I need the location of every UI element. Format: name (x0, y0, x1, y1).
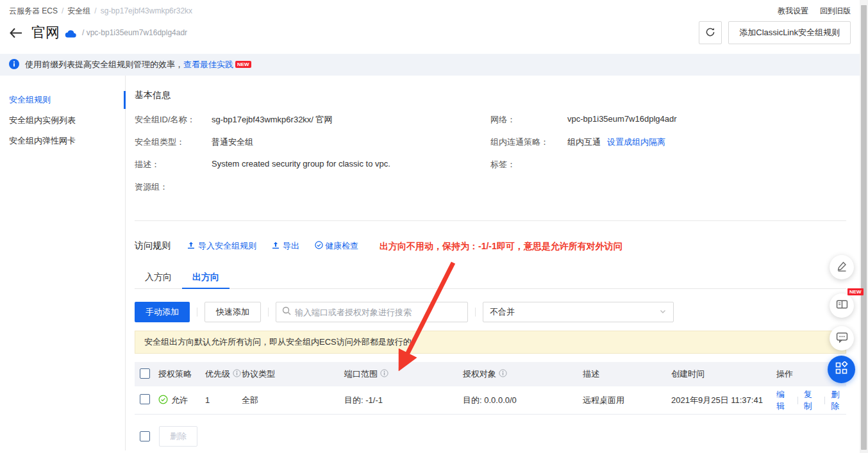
sidebar-item-instances-in-group[interactable]: 安全组内实例列表 (0, 110, 125, 131)
topbar-links: 教我设置 回到旧版 (778, 6, 851, 17)
breadcrumb-item-ecs[interactable]: 云服务器 ECS (9, 6, 58, 17)
info-circle-icon[interactable] (233, 369, 241, 379)
section-divider (135, 220, 846, 221)
select-all-checkbox[interactable] (140, 368, 150, 379)
cloud-icon (65, 29, 77, 40)
page-title: 官网 (31, 23, 60, 42)
col-auth-object: 授权对象 (463, 368, 583, 380)
batch-delete-button[interactable]: 删除 (159, 426, 197, 447)
teach-me-settings-link[interactable]: 教我设置 (778, 6, 808, 17)
toolbar-divider (475, 308, 476, 317)
pencil-icon (836, 260, 848, 275)
page-header-actions: 添加ClassicLink安全组规则 (699, 21, 851, 44)
table-row: 允许 1 全部 目的: -1/-1 目的: 0.0.0.0/0 远程桌面用 20… (135, 386, 846, 415)
page-header: 官网 / vpc-bp1i35eum7w16dplg4adr 添加Classic… (0, 17, 860, 50)
tab-inbound[interactable]: 入方向 (135, 266, 182, 288)
direction-tabs: 入方向 出方向 (135, 266, 846, 289)
delete-action-link[interactable]: 删除 (831, 389, 846, 412)
info-label: 安全组类型： (135, 136, 212, 148)
info-circle-icon[interactable] (499, 369, 507, 379)
col-priority: 优先级 (205, 368, 242, 380)
cell-priority: 1 (205, 395, 242, 405)
info-row-resource-group: 资源组： (135, 181, 490, 193)
chevron-down-icon (659, 308, 667, 317)
scrollbar-thumb[interactable] (861, 5, 867, 450)
copy-action-link[interactable]: 复制 (804, 389, 819, 412)
header-checkbox-cell (135, 368, 158, 381)
table-footer: 删除 (135, 426, 846, 447)
rules-search-input[interactable] (295, 308, 462, 317)
sidebar-item-security-group-rules[interactable]: 安全组规则 (0, 90, 125, 110)
breadcrumb-bar: 云服务器 ECS / 安全组 / sg-bp17ejbf43wmkp6r32kx… (0, 0, 860, 17)
basic-info-title: 基本信息 (135, 90, 846, 101)
col-port-range: 端口范围 (344, 368, 463, 380)
cell-protocol: 全部 (242, 395, 344, 406)
health-check-link[interactable]: 健康检查 (315, 240, 358, 252)
info-row-sg-type: 安全组类型： 普通安全组 (135, 136, 490, 148)
check-circle-icon (315, 241, 323, 251)
breadcrumb-separator: / (94, 6, 96, 15)
info-label: 网络： (490, 114, 567, 126)
page: 云服务器 ECS / 安全组 / sg-bp17ejbf43wmkp6r32kx… (0, 0, 860, 450)
feedback-chat-button[interactable] (830, 326, 854, 350)
banner-text: 使用前缀列表提高安全组规则管理的效率，查看最佳实践NEW (25, 59, 251, 70)
upload-icon (187, 242, 195, 251)
footer-select-all-checkbox[interactable] (140, 431, 150, 441)
basic-info-grid: 安全组ID/名称： sg-bp17ejbf43wmkp6r32kx/ 官网 安全… (135, 114, 846, 204)
import-rules-link[interactable]: 导入安全组规则 (187, 240, 256, 252)
new-badge: NEW (235, 61, 251, 68)
info-row-sg-id: 安全组ID/名称： sg-bp17ejbf43wmkp6r32kx/ 官网 (135, 114, 490, 126)
rules-toolbar: 手动添加 快速添加 不合并 (135, 302, 846, 322)
widgets-button[interactable] (828, 356, 855, 383)
refresh-button[interactable] (699, 21, 722, 44)
action-divider (824, 397, 825, 404)
feedback-edit-button[interactable] (830, 255, 854, 279)
set-isolation-link[interactable]: 设置成组内隔离 (607, 136, 665, 148)
info-icon (9, 59, 19, 71)
quick-add-button[interactable]: 快速添加 (204, 302, 261, 322)
row-checkbox-cell (135, 394, 158, 406)
docs-button[interactable] (830, 293, 854, 318)
manual-add-button[interactable]: 手动添加 (135, 302, 190, 322)
scrollbar-track[interactable] (860, 0, 868, 453)
breadcrumb-item-sg-id: sg-bp17ejbf43wmkp6r32kx (101, 6, 192, 15)
info-label: 描述： (135, 159, 212, 170)
info-value: sg-bp17ejbf43wmkp6r32kx/ 官网 (212, 114, 333, 126)
info-label: 安全组ID/名称： (135, 114, 212, 126)
cell-policy: 允许 (158, 395, 205, 406)
sidebar-item-enis-in-group[interactable]: 安全组内弹性网卡 (0, 131, 125, 151)
red-annotation-text: 出方向不用动，保持为：-1/-1即可，意思是允许所有对外访问 (380, 241, 622, 252)
refresh-icon (705, 27, 715, 39)
back-to-old-version-link[interactable]: 回到旧版 (820, 6, 851, 17)
book-icon (836, 299, 848, 313)
cell-port-range: 目的: -1/-1 (344, 395, 463, 406)
access-rules-title: 访问规则 (135, 240, 171, 252)
outbound-default-tip: 安全组出方向默认允许所有访问，即从安全组内ECS访问外部都是放行的。 (135, 331, 846, 354)
search-icon (282, 306, 291, 318)
add-classiclink-rule-button[interactable]: 添加ClassicLink安全组规则 (728, 21, 851, 44)
best-practice-link[interactable]: 查看最佳实践 (183, 60, 233, 69)
basic-info-left-column: 安全组ID/名称： sg-bp17ejbf43wmkp6r32kx/ 官网 安全… (135, 114, 490, 204)
tab-outbound[interactable]: 出方向 (182, 266, 230, 288)
vpc-path: / vpc-bp1i35eum7w16dplg4adr (82, 28, 187, 37)
new-badge: NEW (847, 288, 864, 295)
prefix-list-banner: 使用前缀列表提高安全组规则管理的效率，查看最佳实践NEW (0, 54, 860, 76)
basic-info-right-column: 网络： vpc-bp1i35eum7w16dplg4adr 组内连通策略： 组内… (490, 114, 846, 204)
back-arrow-icon[interactable] (9, 28, 22, 38)
info-circle-icon[interactable] (380, 369, 388, 379)
upload-icon (272, 242, 280, 251)
info-value: 组内互通 (567, 136, 601, 148)
merge-mode-select[interactable]: 不合并 (483, 302, 674, 322)
col-created-at: 创建时间 (671, 368, 776, 380)
sidebar: 安全组规则 安全组内实例列表 安全组内弹性网卡 (0, 76, 126, 450)
rules-search-box (276, 302, 468, 322)
row-checkbox[interactable] (140, 394, 150, 404)
action-divider (797, 397, 798, 404)
info-row-network: 网络： vpc-bp1i35eum7w16dplg4adr (490, 114, 846, 126)
toolbar-divider (268, 308, 269, 317)
edit-action-link[interactable]: 编辑 (776, 389, 792, 412)
info-label: 组内连通策略： (490, 136, 567, 148)
export-link[interactable]: 导出 (272, 240, 299, 252)
rules-table-header: 授权策略 优先级 协议类型 端口范围 授权对象 描述 创建时间 操作 (135, 362, 846, 386)
breadcrumb-item-security-group[interactable]: 安全组 (67, 6, 90, 17)
